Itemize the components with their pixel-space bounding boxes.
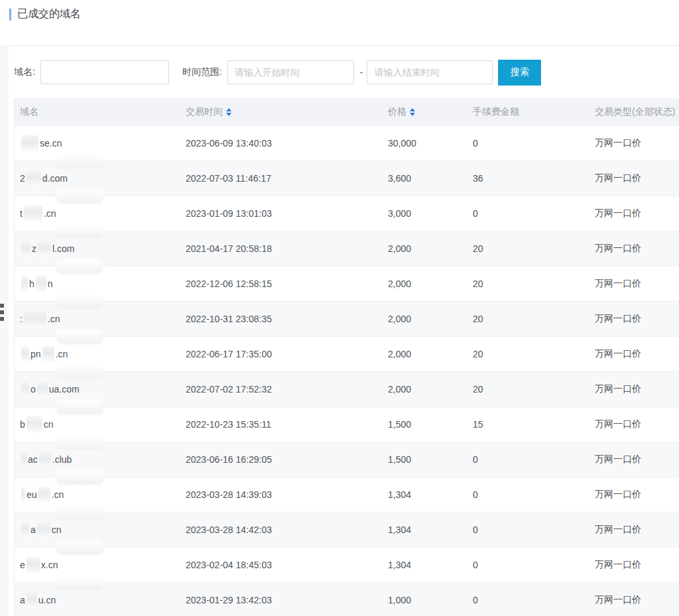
cell-trade-type: 万网一口价 — [595, 559, 679, 571]
cell-trade-type: 万网一口价 — [595, 243, 679, 255]
table-row: pn.cn 2022-06-17 17:35:00 2,000 20 万网一口价 — [15, 337, 679, 372]
column-header-fee: 手续费金额 — [473, 106, 595, 118]
redacted-blur — [24, 311, 46, 327]
page-title: 已成交的域名 — [9, 7, 81, 21]
cell-trade-type: 万网一口价 — [595, 348, 679, 360]
domain-text: :.cn — [20, 314, 60, 324]
cell-trade-type: 万网一口价 — [595, 418, 679, 430]
redacted-blur — [27, 592, 37, 608]
column-header-time[interactable]: 交易时间 — [186, 106, 388, 118]
redacted-blur — [21, 346, 29, 362]
redacted-blur — [21, 135, 38, 151]
range-separator: - — [360, 67, 363, 78]
cell-fee: 15 — [473, 419, 595, 430]
sort-icon[interactable] — [410, 108, 415, 116]
cell-trade-time: 2021-04-17 20:58:18 — [186, 243, 388, 254]
cell-trade-time: 2022-12-06 12:58:15 — [186, 278, 388, 289]
end-time-input[interactable] — [367, 60, 493, 84]
cell-trade-time: 2023-06-09 13:40:03 — [186, 138, 388, 149]
domain-text: zl.com — [20, 243, 74, 254]
cell-price: 1,304 — [388, 489, 473, 500]
redacted-blur — [21, 487, 25, 503]
cell-domain: zl.com — [15, 241, 186, 257]
cell-fee: 0 — [473, 138, 595, 149]
cell-fee: 0 — [473, 595, 595, 605]
column-header-price[interactable]: 价格 — [388, 106, 473, 118]
table-row: hn 2022-12-06 12:58:15 2,000 20 万网一口价 — [15, 267, 679, 302]
cell-fee: 0 — [473, 454, 595, 465]
domain-filter-input[interactable] — [40, 60, 169, 84]
table-body: se.cn 2023-06-09 13:40:03 30,000 0 万网一口价… — [15, 126, 679, 616]
cell-domain: hn — [15, 276, 186, 292]
cell-trade-type: 万网一口价 — [595, 594, 679, 606]
cell-trade-type: 万网一口价 — [595, 278, 679, 290]
redacted-blur — [21, 276, 28, 292]
sort-icon[interactable] — [226, 108, 231, 116]
page-title-text: 已成交的域名 — [17, 7, 81, 21]
cell-fee: 20 — [473, 278, 595, 289]
cell-fee: 0 — [473, 524, 595, 535]
cell-trade-time: 2022-10-31 23:08:35 — [186, 314, 388, 324]
drag-handle-icon[interactable] — [0, 304, 5, 324]
domain-text: t.cn — [20, 208, 56, 219]
domain-text: 2d.com — [20, 173, 68, 184]
cell-trade-type: 万网一口价 — [595, 383, 679, 395]
domain-text: ac.club — [20, 454, 72, 465]
cell-trade-time: 2023-02-04 18:45:03 — [186, 560, 388, 570]
table-row: ex.cn 2023-02-04 18:45:03 1,304 0 万网一口价 — [15, 548, 679, 583]
cell-domain: bcn — [15, 416, 186, 432]
cell-trade-type: 万网一口价 — [595, 172, 679, 184]
cell-price: 2,000 — [388, 349, 473, 359]
cell-trade-time: 2022-07-03 11:46:17 — [186, 173, 388, 184]
redacted-blur — [37, 381, 48, 397]
cell-trade-time: 2023-06-16 16:29:05 — [186, 454, 388, 465]
redacted-blur — [24, 206, 42, 221]
cell-trade-time: 2023-03-28 14:42:03 — [186, 524, 388, 535]
domain-filter-label: 域名: — [14, 66, 35, 78]
left-gutter — [0, 45, 9, 616]
cell-trade-time: 2023-01-29 13:42:03 — [186, 595, 388, 605]
domain-text: hn — [20, 278, 53, 289]
domain-text: acn — [20, 524, 62, 535]
domain-text: au.cn — [20, 595, 56, 605]
redacted-blur — [36, 276, 46, 292]
search-button[interactable]: 搜索 — [498, 60, 541, 86]
redacted-blur — [38, 487, 50, 503]
table-row: zl.com 2021-04-17 20:58:18 2,000 20 万网一口… — [15, 231, 679, 267]
start-time-input[interactable] — [227, 60, 354, 84]
cell-fee: 0 — [473, 208, 595, 219]
table-row: au.cn 2023-01-29 13:42:03 1,000 0 万网一口价 — [15, 583, 679, 616]
completed-domains-table: 域名 交易时间 价格 手续费金额 交易类型(全部状态) se.cn 2023-0… — [14, 98, 679, 616]
table-row: acn 2023-03-28 14:42:03 1,304 0 万网一口价 — [15, 513, 679, 548]
table-header: 域名 交易时间 价格 手续费金额 交易类型(全部状态) — [15, 98, 679, 126]
redacted-blur — [42, 346, 54, 362]
cell-trade-type: 万网一口价 — [595, 489, 679, 501]
domain-text: eu.cn — [20, 489, 64, 500]
table-row: ac.club 2023-06-16 16:29:05 1,500 0 万网一口… — [15, 442, 679, 477]
cell-domain: se.cn — [15, 135, 186, 151]
cell-price: 2,000 — [388, 384, 473, 395]
redacted-blur — [27, 170, 41, 186]
cell-fee: 0 — [473, 489, 595, 500]
redacted-blur — [21, 522, 29, 538]
table-row: t.cn 2023-01-09 13:01:03 3,000 0 万网一口价 — [15, 196, 679, 231]
cell-trade-time: 2023-03-28 14:39:03 — [186, 489, 388, 500]
title-accent-bar — [9, 9, 11, 21]
cell-domain: au.cn — [15, 592, 186, 608]
cell-price: 30,000 — [388, 138, 473, 149]
cell-price: 3,600 — [388, 173, 473, 184]
cell-trade-time: 2022-07-02 17:52:32 — [186, 384, 388, 395]
cell-price: 1,304 — [388, 560, 473, 570]
redacted-blur — [21, 452, 27, 467]
table-row: bcn 2022-10-23 15:35:11 1,500 15 万网一口价 — [15, 407, 679, 442]
redacted-blur — [21, 241, 31, 257]
cell-domain: eu.cn — [15, 487, 186, 503]
redacted-blur — [27, 416, 42, 432]
table-row: oua.com 2022-07-02 17:52:32 2,000 20 万网一… — [15, 372, 679, 407]
cell-domain: acn — [15, 522, 186, 538]
table-row: 2d.com 2022-07-03 11:46:17 3,600 36 万网一口… — [15, 161, 679, 196]
column-header-domain: 域名 — [15, 106, 186, 118]
cell-price: 3,000 — [388, 208, 473, 219]
cell-price: 1,000 — [388, 595, 473, 605]
cell-price: 1,500 — [388, 454, 473, 465]
